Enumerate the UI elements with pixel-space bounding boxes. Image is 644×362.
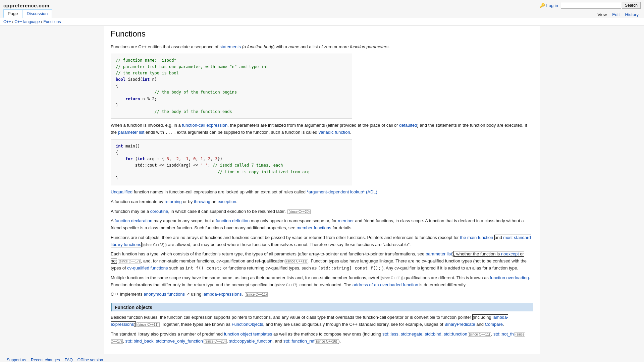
- statements-link[interactable]: statements: [219, 44, 241, 49]
- parameter-list-link[interactable]: parameter list: [118, 130, 145, 135]
- std-less-link[interactable]: std::less: [382, 331, 398, 337]
- breadcrumb: C++ › C++ language › Functions: [0, 18, 644, 26]
- exception-link[interactable]: exception: [218, 199, 236, 204]
- function-call-expression-link[interactable]: function-call expression: [182, 123, 227, 128]
- para-unqualified: Unqualified function names in function-c…: [111, 189, 533, 196]
- binarypredicate-link[interactable]: BinaryPredicate: [444, 322, 475, 327]
- noexcept-link[interactable]: noexcept: [501, 251, 519, 256]
- since-cpp11a: (since C++11): [285, 259, 308, 263]
- since-cpp17a: (since C++17): [118, 259, 141, 263]
- para-not-objects: Functions are not objects: there are no …: [111, 234, 533, 248]
- footer: Support us Recent changes FAQ Offline ve…: [0, 354, 644, 362]
- footer-offline-version[interactable]: Offline version: [77, 358, 103, 362]
- para-anonymous-functions: C++ implements anonymous functions ↗ usi…: [111, 291, 533, 298]
- since-cpp17b: (since C++17): [275, 283, 298, 287]
- para-invoked: When a function is invoked, e.g. in a fu…: [111, 122, 533, 136]
- main-function-link[interactable]: the main function: [460, 235, 493, 240]
- std-not-fn-link[interactable]: std::not_fn: [493, 331, 514, 337]
- std-negate-link[interactable]: std::negate: [401, 331, 422, 337]
- breadcrumb-cpp[interactable]: C++: [3, 19, 11, 24]
- since-cpp11d: (since C++11): [137, 322, 160, 327]
- compare-link[interactable]: Compare: [485, 322, 503, 327]
- std-bind-back-link[interactable]: std::bind_back: [125, 339, 154, 344]
- code-block-2: int main() { for (int arg : {-3, -2, -1,…: [111, 139, 352, 185]
- throwing-link[interactable]: throwing: [194, 199, 210, 204]
- coroutine-link[interactable]: coroutine: [150, 209, 168, 214]
- returning-link[interactable]: returning: [164, 199, 181, 204]
- unqualified-link[interactable]: Unqualified: [111, 189, 132, 194]
- function-declaration-link[interactable]: function declaration: [115, 218, 153, 223]
- tabs-right: View Edit History: [595, 11, 641, 18]
- std-move-only-function-link[interactable]: std::move_only_function: [156, 339, 203, 344]
- since-cpp11c: (since C++11): [245, 292, 268, 297]
- defaulted-link[interactable]: defaulted: [399, 123, 417, 128]
- action-edit[interactable]: Edit: [610, 11, 622, 18]
- function-object-templates-link[interactable]: function object templates: [224, 331, 272, 337]
- action-view[interactable]: View: [595, 11, 609, 18]
- member-functions-link[interactable]: member functions: [297, 225, 331, 230]
- footer-recent-changes[interactable]: Recent changes: [31, 358, 60, 362]
- para-multiple-functions: Multiple functions in the same scope may…: [111, 275, 533, 289]
- login-anchor[interactable]: Log in: [546, 3, 558, 8]
- code-block-1: // function name: "isodd" // parameter l…: [111, 54, 352, 119]
- footer-support-us[interactable]: Support us: [7, 358, 26, 362]
- search-button[interactable]: Search: [622, 2, 641, 9]
- para-function-objects-2: The standard library also provides a num…: [111, 331, 533, 345]
- function-definition-link[interactable]: function definition: [216, 218, 250, 223]
- login-link[interactable]: 🔑 Log in: [540, 3, 558, 8]
- adl-link[interactable]: *argument-dependent lookup* (ADL): [307, 189, 377, 194]
- para-coroutine: A function may be a coroutine, in which …: [111, 208, 533, 215]
- since-cpp23: (since C++23): [142, 243, 165, 247]
- since-cpp23b: (since C++23): [204, 339, 227, 344]
- search-input[interactable]: [561, 2, 621, 9]
- address-overloaded-link[interactable]: address of an overloaded function: [353, 282, 418, 287]
- action-history[interactable]: History: [623, 11, 641, 18]
- std-bind-link[interactable]: std::bind: [425, 331, 441, 337]
- std-function-ref-link[interactable]: std::function_ref: [283, 339, 315, 344]
- cv-qualified-link[interactable]: cv-qualified functions: [127, 265, 168, 270]
- anonymous-functions-link[interactable]: anonymous functions: [144, 292, 185, 297]
- since-cpp20: (since C++20): [287, 209, 311, 214]
- page-title: Functions: [111, 29, 533, 40]
- function-overloading-link[interactable]: function overloading: [490, 275, 529, 280]
- para-function-objects-1: Besides function lvalues, the function c…: [111, 314, 533, 328]
- since-cpp26: (since C++26): [315, 339, 338, 344]
- parameter-list-link2[interactable]: parameter list: [426, 251, 452, 256]
- footer-faq[interactable]: FAQ: [65, 358, 73, 362]
- para-terminate: A function can terminate by returning or…: [111, 198, 533, 205]
- site-title: cppreference.com: [3, 3, 49, 8]
- std-copyable-function-link[interactable]: std::copyable_function: [229, 339, 272, 344]
- tab-page[interactable]: Page: [3, 9, 22, 18]
- functionobjects-link[interactable]: FunctionObjects: [232, 322, 263, 327]
- breadcrumb-functions[interactable]: Functions: [43, 19, 61, 24]
- member-link[interactable]: member: [338, 218, 354, 223]
- variadic-function-link[interactable]: variadic function: [319, 130, 350, 135]
- lambda-expressions-link[interactable]: lambda-expressions: [203, 292, 241, 297]
- intro-text: Functions are C++ entities that associat…: [111, 44, 533, 50]
- since-cpp11b: (since C++11): [380, 276, 403, 280]
- since-cpp11e: (since C++11): [468, 332, 491, 337]
- tabs-left: Page Discussion: [3, 9, 52, 18]
- std-function-link[interactable]: std::function: [444, 331, 467, 337]
- para-function-type: Each function has a type, which consists…: [111, 251, 533, 272]
- para-function-declaration: A function declaration may appear in any…: [111, 218, 533, 232]
- search-box: Search: [561, 2, 641, 9]
- tab-discussion[interactable]: Discussion: [22, 9, 52, 18]
- breadcrumb-cpp-language[interactable]: C++ language: [14, 19, 40, 24]
- section-function-objects: Function objects: [111, 303, 533, 311]
